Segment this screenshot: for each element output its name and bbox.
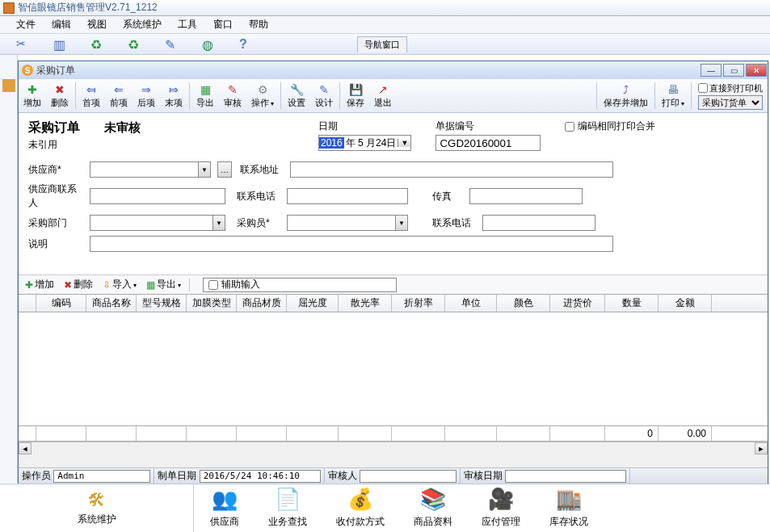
docno-input[interactable]: [435, 135, 541, 151]
grid-col-header[interactable]: 颜色: [497, 295, 550, 312]
create-date-input[interactable]: [200, 470, 321, 483]
merge-print-check[interactable]: 编码相同打印合并: [565, 119, 655, 133]
menu-maintain[interactable]: 系统维护: [115, 16, 170, 33]
grid-import[interactable]: ⇩导入: [99, 277, 140, 292]
grid-hscroll[interactable]: ◄►: [19, 442, 768, 455]
grid-summary: 00.00: [19, 425, 768, 442]
grid-summary-cell: [392, 426, 445, 441]
grid-delete[interactable]: ✖删除: [61, 277, 96, 292]
tb-first[interactable]: ⤆首项: [78, 79, 105, 112]
tb-setting[interactable]: 🔧设置: [283, 79, 310, 112]
supplier-lookup[interactable]: …: [217, 161, 232, 178]
auditor-input[interactable]: [360, 470, 457, 483]
purchase-order-window: S 采购订单 ― ▭ ✕ ✚增加 ✖删除 ⤆首项 ⇐前项 ⇒后项 ⤇末项 ▦导出…: [18, 61, 768, 484]
menu-window[interactable]: 窗口: [205, 16, 241, 33]
grid-body[interactable]: [19, 312, 768, 425]
print-doc-select[interactable]: 采购订货单: [698, 95, 763, 110]
grid-export[interactable]: ▦导出: [143, 277, 184, 292]
direct-printer-check[interactable]: 直接到打印机: [698, 82, 763, 94]
operator-label: 操作员: [22, 469, 51, 483]
tb-audit[interactable]: ✎审核: [219, 79, 246, 112]
nav-payable[interactable]: 🎥应付管理: [482, 484, 520, 529]
nav-system-maintain[interactable]: 🛠 系统维护: [0, 484, 194, 532]
fax-input[interactable]: [469, 188, 583, 204]
menu-tools[interactable]: 工具: [170, 16, 205, 33]
child-close[interactable]: ✕: [746, 64, 767, 77]
desc-input[interactable]: [90, 236, 613, 252]
recycle-icon[interactable]: [90, 37, 105, 52]
sheet-icon[interactable]: [53, 37, 68, 52]
tb-save-and-add[interactable]: ⤴保存并增加: [599, 79, 653, 112]
bottom-nav: 🛠 系统维护 👥供应商 📄业务查找 💰收付款方式 📚商品资料 🎥应付管理 🏬库存…: [0, 484, 770, 532]
tb-design[interactable]: ✎设计: [310, 79, 338, 112]
menu-help[interactable]: 帮助: [241, 16, 276, 33]
child-maximize[interactable]: ▭: [723, 64, 744, 77]
grid-col-header[interactable]: 金额: [658, 295, 712, 312]
grid-add[interactable]: ✚增加: [22, 277, 57, 292]
grid-summary-cell: 0: [605, 426, 658, 441]
phone-input[interactable]: [287, 188, 408, 204]
supplier-combo[interactable]: ▼: [90, 161, 211, 178]
menu-file[interactable]: 文件: [8, 16, 44, 33]
contact-addr-input[interactable]: [290, 161, 613, 178]
globe-icon[interactable]: [202, 37, 217, 52]
tb-delete[interactable]: ✖删除: [46, 79, 74, 112]
grid-header: 编码商品名称型号规格加膜类型商品材质屈光度散光率折射率单位颜色进货价数量金额: [19, 295, 768, 312]
form-status: 未审核: [104, 120, 141, 136]
tb-last[interactable]: ⤇末项: [160, 79, 187, 112]
nav-stock-status[interactable]: 🏬库存状况: [549, 484, 588, 529]
grid-col-header[interactable]: 散光率: [339, 295, 392, 312]
tb-prev[interactable]: ⇐前项: [105, 79, 133, 112]
buyer-combo[interactable]: ▼: [287, 215, 408, 231]
child-minimize[interactable]: ―: [701, 64, 722, 77]
child-titlebar[interactable]: S 采购订单 ― ▭ ✕: [19, 61, 768, 79]
grid-col-header[interactable]: 加膜类型: [187, 295, 237, 312]
grid-col-header[interactable]: 折射率: [392, 295, 445, 312]
grid-summary-cell: [86, 426, 137, 441]
child-footer: 操作员 制单日期 审核人 审核日期: [19, 467, 768, 484]
pencil-icon[interactable]: [165, 37, 179, 52]
grid-col-header[interactable]: 单位: [445, 295, 497, 312]
grid-col-header[interactable]: 进货价: [550, 295, 605, 312]
nav-supplier[interactable]: 👥供应商: [210, 484, 239, 529]
help-icon[interactable]: [239, 37, 254, 52]
child-title: 采购订单: [36, 64, 75, 77]
tb-next[interactable]: ⇒后项: [133, 79, 160, 112]
tb-save[interactable]: 💾保存: [342, 79, 369, 112]
dock-icon[interactable]: [2, 79, 15, 92]
tb-export[interactable]: ▦导出: [191, 79, 219, 112]
supplier-contact-input[interactable]: [90, 188, 225, 204]
nav-window-tab[interactable]: 导航窗口: [357, 36, 407, 52]
recycle2-icon[interactable]: [128, 37, 142, 52]
chevron-down-icon: ▼: [395, 215, 408, 231]
operator-input[interactable]: [53, 470, 150, 483]
dept-combo[interactable]: ▼: [90, 215, 225, 231]
form-body: 采购订单 未审核 未引用 日期 2016 年 5 月24日 ▼ 单据编号: [19, 113, 768, 274]
phone2-input[interactable]: [482, 215, 595, 231]
grid-summary-cell: [550, 426, 605, 441]
grid-col-header[interactable]: 编码: [36, 295, 86, 312]
nav-biz-search[interactable]: 📄业务查找: [268, 484, 307, 529]
grid-col-header[interactable]: 数量: [605, 295, 658, 312]
scroll-right-icon: ►: [755, 442, 768, 455]
tb-add[interactable]: ✚增加: [19, 79, 46, 112]
grid-col-header[interactable]: 屈光度: [287, 295, 339, 312]
grid-col-header[interactable]: [19, 295, 36, 312]
nav-payment-method[interactable]: 💰收付款方式: [336, 484, 385, 529]
grid-col-header[interactable]: 商品材质: [237, 295, 287, 312]
aux-input-check[interactable]: 辅助输入: [203, 278, 397, 292]
tb-exit[interactable]: ↗退出: [369, 79, 397, 112]
tb-operate[interactable]: ⚙操作: [246, 79, 279, 112]
audit-date-input[interactable]: [505, 470, 626, 483]
nav-product-info[interactable]: 📚商品资料: [414, 484, 452, 529]
date-dropdown-icon: ▼: [398, 139, 410, 147]
grid-col-header[interactable]: 型号规格: [137, 295, 187, 312]
create-date-label: 制单日期: [158, 469, 196, 483]
tb-print[interactable]: 🖶打印: [657, 79, 689, 112]
grid-col-header[interactable]: 商品名称: [86, 295, 137, 312]
cut-icon[interactable]: [16, 37, 31, 52]
date-input[interactable]: 2016 年 5 月24日 ▼: [318, 135, 411, 151]
grid-summary-cell: [287, 426, 339, 441]
menu-edit[interactable]: 编辑: [44, 16, 79, 33]
menu-view[interactable]: 视图: [79, 16, 115, 33]
